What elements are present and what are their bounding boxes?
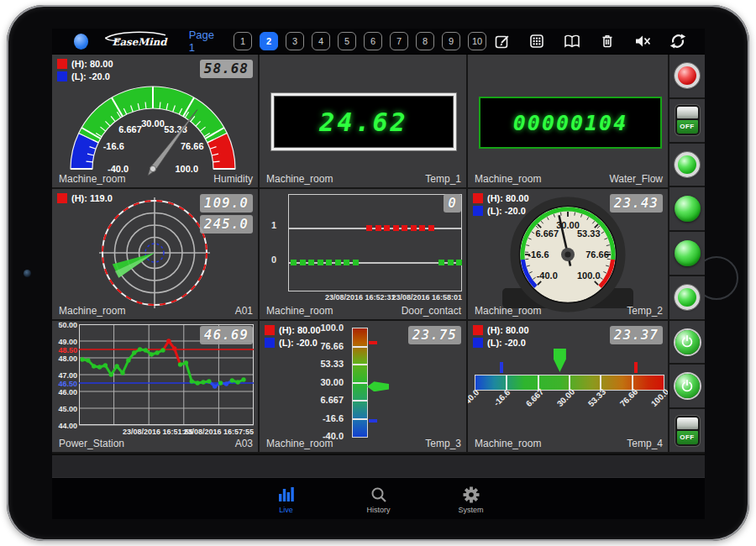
threshold-legend: (H): 80.00(L): -20.0 [57,59,113,84]
page-button-1[interactable]: 1 [234,32,252,50]
legend-row: (H): 80.00 [473,193,529,203]
gauge-tick-label: -40.0 [108,164,129,174]
gauge-tick-label: 30.00 [141,118,165,129]
scale-label: -16.6 [492,388,512,408]
toolbar-icons [494,33,686,50]
state-marker [428,225,434,231]
value-pointer [554,349,566,372]
green-led-indicator[interactable] [675,285,700,310]
page-button-2[interactable]: 2 [260,32,278,50]
book-icon[interactable] [563,33,581,50]
angle-display: 245.0 [200,215,253,234]
indicator-cell [669,187,705,232]
page-button-4[interactable]: 4 [312,32,330,50]
scale-label: 6.667 [260,395,344,405]
indicator-strip: OFFOFF [669,55,705,454]
panel-waterflow-counter[interactable]: 00000104 Machine_room Water_Flow [468,55,669,189]
y-tick-label: 48.00 [52,354,77,363]
low-marker [500,362,503,373]
system-gear-icon [462,486,480,503]
rocker-switch[interactable]: OFF [675,105,700,135]
channel-label: Door_contact [402,305,461,317]
state-marker [318,260,323,265]
value-display: 46.69 [200,326,253,344]
page-button-7[interactable]: 7 [390,32,408,50]
state-marker [366,225,372,231]
y-tick-label: 44.00 [52,422,77,430]
page-button-6[interactable]: 6 [364,32,382,50]
panel-a01-radar[interactable]: (H): 119.0 109.0 245.0 Machine_room A01 [52,189,260,321]
rocker-switch[interactable]: OFF [675,416,700,446]
power-button[interactable] [675,374,700,398]
refresh-icon[interactable] [669,33,686,50]
legend-row: (L): -20.0 [57,71,113,81]
indicator-cell: OFF [669,99,705,144]
legend-text: (L): -20.0 [71,71,110,81]
y-tick-label: 50.00 [52,321,77,329]
scale-label: -40.0 [468,388,480,408]
power-button[interactable] [675,330,700,354]
edit-icon[interactable] [494,33,511,50]
legend-text: (H): 80.00 [71,59,113,69]
page-button-5[interactable]: 5 [338,32,356,50]
counter-display: 00000104 [479,97,662,149]
legend-swatch [473,193,483,203]
connection-status-dot[interactable] [74,34,88,50]
high-marker [369,341,377,344]
panel-door-contact-chart[interactable]: 1 0 23/08/2016 16:52:31 23/08/2016 16:58… [260,189,468,321]
panel-temp4-levelbar[interactable]: (H): 80.00(L): -20.0 23.37 Machine_room … [468,321,669,454]
state-marker [402,225,407,231]
y-tick-label: 46.50 [52,380,77,388]
state-marker [411,225,417,231]
logo-text: EaseMind [113,36,169,48]
keypad-icon[interactable] [528,33,545,50]
trash-icon[interactable] [599,33,616,50]
panel-temp2-gauge[interactable]: -40.0-16.66.66730.0053.3376.66100.0 (H):… [468,189,669,321]
page-button-9[interactable]: 9 [442,32,460,50]
alarm-bar[interactable]: 2016-08-23 16:52:25 Device: 222111 - Pow… [52,454,705,477]
panel-temp3-thermometer[interactable]: (H): 80.00(L): -20.0 23.75 Machine_room … [260,321,468,454]
value-display: 58.68 [200,60,253,78]
bar-separator [353,382,367,384]
threshold-legend: (H): 80.00(L): -20.0 [473,193,529,218]
scale-label: 76.66 [260,341,344,351]
scale-label: 30.00 [260,377,344,387]
dashboard-grid: -40.0-16.66.66730.0053.3376.66100.0 (H):… [52,55,705,454]
tab-live[interactable]: Live [261,486,312,514]
page-button-8[interactable]: 8 [416,32,434,50]
panel-humidity-gauge[interactable]: -40.0-16.66.66730.0053.3376.66100.0 (H):… [52,55,260,189]
lcd-display: 24.62 [271,93,456,150]
indicator-cell [669,144,705,188]
page-label: Page 1 [189,29,220,54]
gauge-tick-label: -16.6 [528,249,549,260]
power-icon [680,379,695,394]
value-display: 0 [444,194,461,213]
ipad-frame: EaseMind Page 1 12345678910 [7,5,749,541]
indicator-cell [669,321,705,365]
device-label: Machine_room [475,173,541,185]
page-button-3[interactable]: 3 [286,32,304,50]
page-button-10[interactable]: 10 [468,32,486,50]
legend-row: (H): 80.00 [57,59,113,69]
panel-temp1-lcd[interactable]: 24.62 Machine_room Temp_1 [260,55,468,189]
green-led-indicator[interactable] [675,240,701,266]
gauge-tick-label: 76.66 [585,249,609,260]
switch-top [677,107,698,118]
green-led-indicator[interactable] [675,196,701,222]
legend-text: (L): -20.0 [487,338,526,348]
tab-system[interactable]: System [446,486,496,514]
green-led-indicator[interactable] [675,152,700,177]
gauge-tick-label: 6.667 [535,228,559,239]
tab-history[interactable]: History [354,486,404,514]
red-led-indicator[interactable] [675,63,700,88]
mute-icon[interactable] [633,33,652,50]
state-marker [384,225,390,231]
legend-swatch [57,193,67,203]
value-pointer [367,381,389,391]
vertical-level-bar [352,328,368,438]
panel-a03-trend-chart[interactable]: 50.0049.0048.5048.0047.0046.5046.0045.00… [52,321,260,454]
state-marker [448,260,454,265]
value-display: 23.37 [610,326,663,344]
switch-label: OFF [677,431,698,444]
switch-label: OFF [677,120,698,134]
